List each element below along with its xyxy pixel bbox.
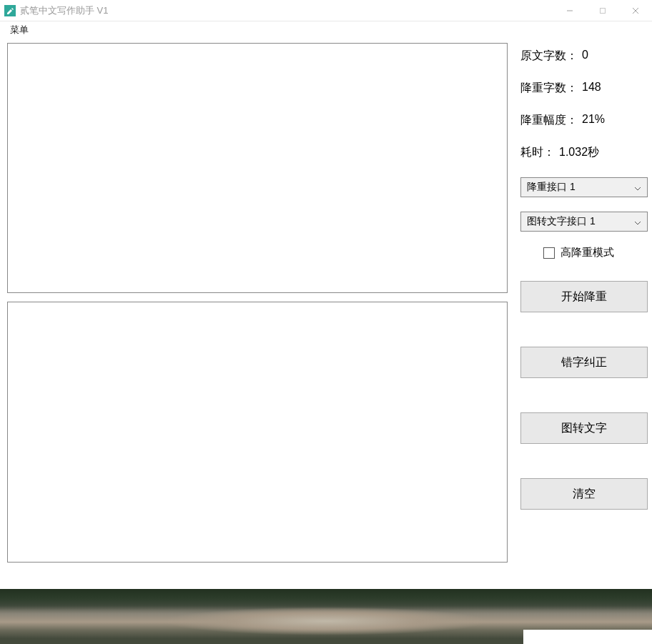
correct-button[interactable]: 错字纠正	[520, 347, 648, 378]
window-controls	[553, 0, 652, 21]
start-button[interactable]: 开始降重	[520, 281, 648, 312]
img2text-interface-select[interactable]: 图转文字接口 1	[520, 212, 648, 232]
checkbox-label: 高降重模式	[560, 246, 614, 259]
stat-value: 1.032秒	[559, 145, 599, 160]
close-button[interactable]	[619, 0, 652, 21]
stat-value: 0	[582, 49, 588, 64]
window-title: 贰笔中文写作助手 V1	[20, 4, 553, 17]
svg-rect-1	[601, 8, 606, 13]
stat-time: 耗时： 1.032秒	[520, 145, 648, 160]
stat-label: 降重幅度：	[520, 113, 578, 128]
stat-ratio: 降重幅度： 21%	[520, 113, 648, 128]
stat-reduced: 降重字数： 148	[520, 81, 648, 96]
reduce-interface-select[interactable]: 降重接口 1	[520, 177, 648, 197]
stat-value: 21%	[582, 113, 605, 128]
select-value: 图转文字接口 1	[527, 215, 596, 228]
left-column	[7, 43, 508, 582]
output-textarea[interactable]	[7, 302, 508, 563]
stat-value: 148	[582, 81, 601, 96]
stat-label: 原文字数：	[520, 49, 578, 64]
high-reduce-checkbox-row[interactable]: 高降重模式	[543, 246, 648, 259]
stat-label: 降重字数：	[520, 81, 578, 96]
menubar: 菜单	[0, 21, 652, 39]
chevron-down-icon	[634, 216, 641, 227]
main-content: 原文字数： 0 降重字数： 148 降重幅度： 21% 耗时： 1.032秒 降…	[0, 39, 652, 589]
img2text-button[interactable]: 图转文字	[520, 412, 648, 444]
menu-item[interactable]: 菜单	[6, 22, 33, 38]
maximize-button[interactable]	[586, 0, 619, 21]
desktop-wallpaper	[0, 589, 652, 644]
stat-original: 原文字数： 0	[520, 49, 648, 64]
select-value: 降重接口 1	[527, 181, 576, 194]
clear-button[interactable]: 清空	[520, 478, 648, 510]
app-icon	[4, 5, 16, 16]
right-column: 原文字数： 0 降重字数： 148 降重幅度： 21% 耗时： 1.032秒 降…	[520, 43, 648, 582]
chevron-down-icon	[634, 182, 641, 193]
stat-label: 耗时：	[520, 145, 555, 160]
checkbox-icon[interactable]	[543, 247, 555, 259]
input-textarea[interactable]	[7, 43, 508, 293]
minimize-button[interactable]	[553, 0, 586, 21]
titlebar: 贰笔中文写作助手 V1	[0, 0, 652, 21]
